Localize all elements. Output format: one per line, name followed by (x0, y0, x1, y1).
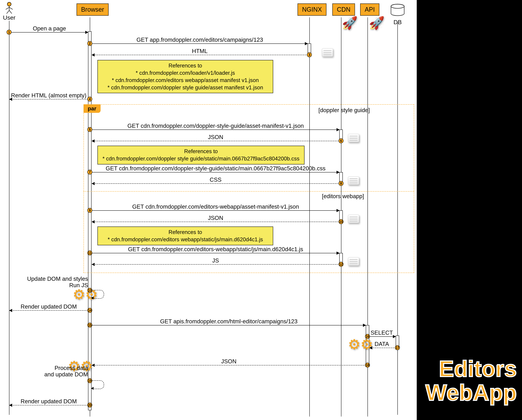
arrow-left-icon (92, 263, 95, 266)
msg-render-updated-dom2: Render updated DOM (9, 405, 88, 405)
step-4: 4 (87, 97, 92, 102)
arrow-left-icon (9, 98, 12, 101)
arrow-left-icon (92, 53, 95, 57)
document-icon (348, 134, 359, 142)
arrow-right-icon (337, 171, 340, 174)
user-label: User (2, 14, 17, 21)
sequence-diagram: User Browser NGINX CDN API DB 🚀 🚀 (0, 0, 417, 420)
document-icon (348, 257, 359, 266)
par-guard-2: [editors webapp] (322, 193, 364, 200)
msg-data: DATA (369, 348, 396, 348)
msg-render-updated-dom1: Render updated DOM (9, 310, 88, 311)
arrow-right-icon (305, 42, 308, 45)
arrow-right-icon (337, 209, 340, 212)
title-line1: Editors (439, 356, 517, 381)
participant-api: API (360, 3, 379, 16)
msg-js: JS (92, 264, 339, 265)
document-icon (348, 215, 359, 223)
database-icon (390, 4, 405, 18)
arrow-left-icon (369, 346, 372, 349)
arrow-left-icon (92, 182, 95, 185)
step-18: 18 (365, 363, 370, 368)
participant-cdn: CDN (332, 3, 355, 16)
step-5: 5 (87, 127, 92, 132)
arrow-left-icon (91, 387, 94, 390)
svg-line-4 (7, 10, 9, 14)
step-17: 17 (395, 345, 400, 350)
arrow-right-icon (337, 252, 340, 255)
rocket-icon: 🚀 (342, 16, 358, 30)
step-3: 3 (307, 52, 312, 57)
document-icon (322, 48, 333, 57)
arrow-right-icon (337, 128, 340, 131)
svg-line-2 (6, 7, 9, 9)
step-14: 14 (87, 308, 92, 313)
step-1: 1 (7, 30, 11, 35)
arrow-left-icon (92, 139, 95, 142)
participant-nginx: NGINX (298, 3, 326, 16)
arrow-left-icon (9, 309, 12, 312)
arrow-left-icon (91, 297, 94, 299)
msg-get-ew-manifest: GET cdn.fromdoppler.com/editors-webapp/a… (92, 210, 339, 211)
msg-css: CSS (92, 183, 339, 184)
msg-get-app: GET app.fromdoppler.com/editors/campaign… (92, 44, 308, 44)
self-loop (92, 290, 104, 299)
arrow-right-icon (85, 31, 88, 34)
msg-select: SELECT (369, 336, 396, 337)
arrow-right-icon (363, 324, 366, 327)
arrow-right-icon (393, 335, 396, 338)
step-12: 12 (339, 262, 344, 267)
rocket-icon: 🚀 (369, 16, 384, 30)
msg-json-api: JSON (92, 365, 366, 365)
participant-browser: Browser (77, 3, 108, 16)
step-19: 19 (87, 378, 92, 383)
par-guard-1: [doppler style guide] (318, 107, 370, 113)
lifeline-user (9, 21, 9, 415)
label-process-data: Process data (10, 365, 88, 371)
step-20: 20 (87, 403, 92, 407)
step-6: 6 (339, 138, 344, 143)
svg-point-0 (7, 2, 11, 6)
msg-get-sg-manifest: GET cdn.fromdoppler.com/doppler-style-gu… (92, 129, 339, 130)
msg-json-sg: JSON (92, 141, 339, 141)
step-11: 11 (87, 250, 92, 255)
user-icon (2, 2, 17, 14)
arrow-left-icon (9, 404, 12, 407)
note-sg-refs: References to * cdn.fromdoppler.com/dopp… (97, 146, 305, 165)
label-update-dom2: and update DOM (10, 371, 88, 378)
msg-get-js: GET cdn.fromdoppler.com/editors-webapp/s… (92, 253, 339, 253)
arrow-left-icon (92, 220, 95, 223)
participant-db: DB (390, 4, 405, 26)
document-icon (348, 176, 359, 185)
par-divider (84, 191, 414, 192)
title-line2: WebApp (425, 380, 517, 405)
msg-render-html-empty: Render HTML (almost empty) (9, 99, 88, 99)
msg-html: HTML (92, 55, 308, 55)
svg-line-5 (9, 10, 12, 14)
diagram-title: Editors WebApp (425, 357, 517, 404)
step-15: 15 (87, 323, 92, 328)
svg-line-3 (9, 7, 13, 9)
note-html-refs: References to * cdn.fromdoppler.com/load… (97, 60, 273, 93)
step-13: 13 (87, 288, 92, 293)
title-strip: Editors WebApp (417, 0, 522, 420)
note-ew-refs: References to * cdn.fromdoppler.com/edit… (97, 226, 273, 245)
par-label: par (84, 104, 100, 113)
step-9: 9 (87, 208, 92, 213)
step-10: 10 (339, 219, 344, 224)
step-7: 7 (87, 170, 92, 174)
step-2: 2 (87, 41, 92, 46)
step-8: 8 (339, 181, 344, 186)
actor-user: User (2, 2, 17, 21)
msg-json-ew: JSON (92, 222, 339, 222)
msg-get-api: GET apis.fromdoppler.com/html-editor/cam… (92, 325, 366, 325)
msg-open-page: Open a page (11, 32, 88, 32)
label-update-dom: Update DOM and styles (10, 276, 88, 282)
self-loop (92, 380, 104, 389)
msg-get-css: GET cdn.fromdoppler.com/doppler-style-gu… (92, 172, 339, 172)
